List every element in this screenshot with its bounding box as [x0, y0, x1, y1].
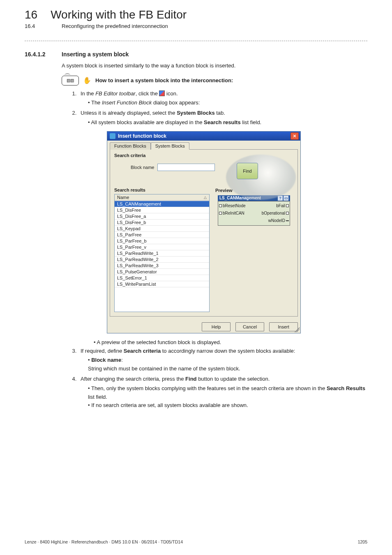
step-4-pre: After changing the search criteria, pres… [81, 376, 185, 382]
step-2-b1-post: list field. [241, 119, 262, 125]
step-4-bullet-2: If no search criteria are set, all syste… [88, 401, 367, 410]
step-2-pre: Unless it is already displayed, select t… [81, 110, 177, 116]
result-row[interactable]: LS_DisFree_a [115, 213, 209, 219]
step-3-b1-desc: String which must be contained in the na… [88, 365, 240, 372]
port-icon [286, 220, 289, 221]
step-1-b1-post: dialog box appears: [152, 99, 200, 106]
step-4-bullet-1: Then, only the system blocks complying w… [88, 384, 367, 402]
search-criteria-term: Search criteria [124, 348, 161, 354]
result-row[interactable]: LS_ParReadWrite_1 [115, 250, 209, 256]
dialog-titlebar[interactable]: Insert function block × [107, 132, 300, 141]
section-title: Inserting a system block [62, 51, 129, 58]
step-4-b1-post: list field. [88, 394, 107, 400]
howto-heading: How to insert a system block into the in… [95, 77, 233, 83]
dialog-app-icon [110, 133, 115, 139]
chapter-number: 16 [25, 8, 37, 21]
system-blocks-tab-term: System Blocks [177, 110, 215, 116]
insert-block-icon [159, 90, 165, 96]
step-4-post: button to update the selection. [197, 376, 270, 382]
port-icon [286, 204, 289, 207]
result-row[interactable]: LS_ParFree_v [115, 244, 209, 250]
insert-button[interactable]: Insert [269, 322, 298, 331]
result-row[interactable]: LS_PulseGenerator [115, 268, 209, 275]
step-1-text-post: icon. [165, 90, 178, 97]
search-results-table[interactable]: Name △ LS_CANManagement LS_DisFree LS_Di… [114, 194, 210, 312]
results-empty-space [115, 287, 209, 312]
sort-indicator-icon: △ [204, 195, 207, 199]
search-results-term-2: Search Results [327, 385, 365, 391]
resize-grip-icon[interactable] [295, 327, 300, 332]
step-4: After changing the search criteria, pres… [78, 375, 367, 410]
results-column-header[interactable]: Name △ [115, 194, 209, 201]
result-row[interactable]: LS_WriteParamList [115, 281, 209, 287]
port-out-1: bFail [276, 204, 285, 208]
port-in-2: bReInitCAN [223, 211, 244, 215]
step-1-text-pre: In the [81, 90, 95, 97]
result-row[interactable]: LS_ParReadWrite_2 [115, 256, 209, 262]
section-number: 16.4.1.2 [25, 51, 53, 58]
port-icon [286, 212, 289, 215]
insert-function-block-term: Insert Function Block [102, 99, 152, 106]
result-row[interactable]: LS_DisFree_b [115, 219, 209, 225]
step-3: If required, define Search criteria to a… [78, 347, 367, 373]
page-number: 1205 [358, 539, 367, 544]
keyboard-icon: ▧▧ [62, 76, 79, 86]
step-3-pre: If required, define [81, 348, 124, 354]
close-button[interactable]: × [291, 132, 299, 140]
find-button[interactable]: Find [237, 163, 258, 179]
result-row-selected[interactable]: LS_CANManagement [115, 201, 209, 207]
result-row[interactable]: LS_ParFree [115, 231, 209, 238]
separator [25, 41, 367, 41]
subsection-title: Reconfiguring the predefined interconnec… [62, 23, 168, 29]
preview-collapse-icon[interactable]: ▭ [284, 196, 288, 201]
preview-function-block: LS_CANManagement ? ▭ bResetNode bFail [218, 195, 290, 226]
footer-left: Lenze · 8400 HighLine · Referenzhandbuch… [25, 539, 183, 544]
step-2-bullet-1: All system blocks available are displaye… [88, 118, 367, 127]
step-3-b1-colon: : [121, 357, 123, 363]
help-button[interactable]: Help [202, 322, 231, 331]
step-2: Unless it is already displayed, select t… [78, 109, 367, 127]
port-icon [219, 212, 222, 215]
step-4-b1-pre: Then, only the system blocks complying w… [91, 385, 327, 391]
step-2-b1-pre: All system blocks available are displaye… [91, 119, 204, 125]
step-1-bullet-1: The Insert Function Block dialog box app… [88, 99, 367, 107]
block-name-label: Block name [131, 165, 154, 170]
chapter-title: Working with the FB Editor [51, 8, 187, 21]
result-row[interactable]: LS_SetError_1 [115, 275, 209, 281]
subsection-number: 16.4 [25, 23, 48, 29]
fb-editor-toolbar-term: FB Editor toolbar [95, 90, 136, 97]
step-2-post: tab. [215, 110, 225, 116]
hand-icon: ✋ [83, 76, 91, 84]
block-name-term: Block name [91, 357, 121, 363]
step-3-post: to accordingly narrow down the system bl… [161, 348, 295, 354]
search-results-term: Search results [204, 119, 241, 125]
step-1-b1-pre: The [91, 99, 102, 106]
step-1-text-mid: , click the [136, 90, 159, 97]
search-results-group: Search results [114, 187, 210, 192]
tab-function-blocks[interactable]: Function Blocks [110, 142, 151, 150]
dialog-title-text: Insert function block [118, 133, 166, 139]
cancel-button[interactable]: Cancel [235, 322, 264, 331]
port-out-3: wNodeID [268, 218, 285, 223]
result-row[interactable]: LS_ParFree_b [115, 238, 209, 244]
tab-system-blocks[interactable]: System Blocks [151, 142, 189, 150]
find-button-term: Find [185, 376, 196, 382]
port-out-2: bOperational [262, 211, 285, 215]
result-row[interactable]: LS_ParReadWrite_3 [115, 262, 209, 268]
port-icon [219, 204, 222, 207]
insert-function-block-dialog: Insert function block × Function Blocks … [107, 131, 301, 333]
port-in-1: bResetNode [223, 204, 246, 208]
block-name-input[interactable] [157, 164, 215, 171]
column-name: Name [117, 195, 129, 200]
step-1: In the FB Editor toolbar, click the icon… [78, 90, 367, 108]
result-row[interactable]: LS_Keypad [115, 225, 209, 231]
intro-paragraph: A system block is inserted similarly to … [62, 62, 367, 70]
result-row[interactable]: LS_DisFree [115, 207, 209, 213]
after-dialog-bullet: A preview of the selected function block… [94, 339, 367, 345]
step-3-bullet-1: Block name: String which must be contain… [88, 356, 367, 373]
